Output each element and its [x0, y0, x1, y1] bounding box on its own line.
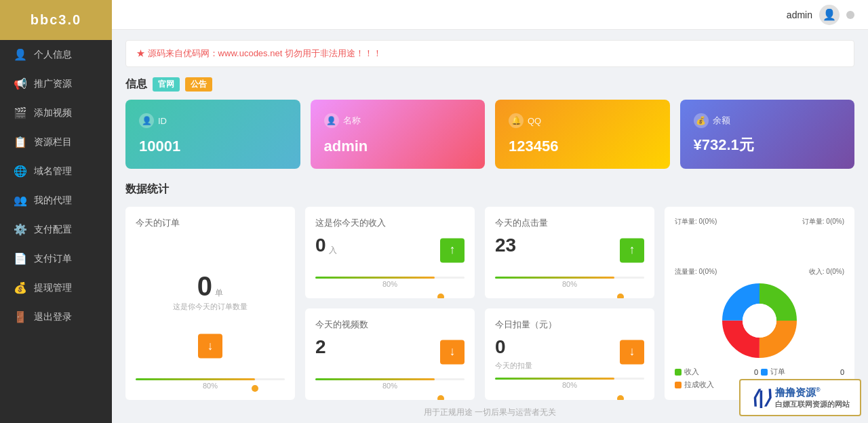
deduction-value: 0 — [495, 336, 506, 357]
income-title: 这是你今天的收入 — [315, 217, 465, 229]
admin-label: admin — [787, 9, 812, 20]
info-card-value-1: admin — [324, 138, 472, 155]
sidebar-item-resource-bar[interactable]: 📋 资源栏目 — [0, 127, 112, 157]
add-video-icon: 🎬 — [14, 106, 27, 119]
sidebar-label-profile: 个人信息 — [34, 49, 72, 61]
profile-icon: 👤 — [14, 48, 27, 61]
info-card-icon-1: 👤 — [324, 113, 339, 128]
sidebar-label-domain: 域名管理 — [34, 165, 72, 178]
legend-item-0: 收入 0 — [675, 367, 758, 377]
stat-card-income: 这是你今天的收入 0 入 ↑ 80% — [305, 207, 475, 298]
click-btn-up[interactable]: ↑ — [620, 238, 644, 262]
info-card-value-0: 10001 — [139, 138, 287, 155]
info-card-label-3: 💰 余额 — [694, 113, 842, 128]
status-dot — [846, 11, 854, 19]
video-bar-label: 80% — [315, 382, 465, 390]
watermark: ⟨|⟩ 撸撸资源® 白嫖互联网资源的网站 — [739, 379, 861, 416]
stats-title: 数据统计 — [125, 182, 854, 197]
payment-config-icon: ⚙️ — [14, 223, 27, 236]
info-cards: 👤 ID 10001 👤 名称 admin 🔔 QQ 123456 💰 余额 ¥… — [125, 100, 854, 169]
sidebar-item-payment-order[interactable]: 📄 支付订单 — [0, 244, 112, 273]
my-agent-icon: 👥 — [14, 194, 27, 207]
stat-card-deduction: 今日扣量（元） 0 今天的扣量 ↓ 80% — [485, 308, 654, 400]
sidebar: bbc3.0 👤 个人信息📢 推广资源🎬 添加视频📋 资源栏目🌐 域名管理👥 我… — [0, 0, 112, 423]
notice-bar: ★ 源码来自优码网：www.ucodes.net 切勿用于非法用途！！！ — [125, 40, 854, 67]
sidebar-item-withdraw[interactable]: 💰 提现管理 — [0, 273, 112, 302]
logout-icon: 🚪 — [14, 310, 27, 323]
pie-label-2: 流量量: 0(0%) — [675, 267, 717, 277]
legend-label-2: 拉成收入 — [684, 380, 714, 390]
income-bar-label: 80% — [315, 280, 465, 288]
svg-point-4 — [743, 304, 776, 338]
pie-label-3: 收入: 0(0%) — [809, 267, 844, 277]
badge-notice[interactable]: 公告 — [185, 77, 212, 92]
info-card-label-1: 👤 名称 — [324, 113, 472, 128]
sidebar-item-my-agent[interactable]: 👥 我的代理 — [0, 186, 112, 215]
sidebar-label-my-agent: 我的代理 — [34, 195, 72, 207]
info-card-2: 🔔 QQ 123456 — [495, 100, 670, 169]
deduction-bar-label: 80% — [495, 381, 644, 389]
watermark-subtitle: 白嫖互联网资源的网站 — [775, 399, 850, 409]
income-unit: 入 — [329, 245, 337, 256]
order-sub: 这是你今天的订单数量 — [173, 302, 248, 312]
sidebar-logo: bbc3.0 — [0, 0, 112, 40]
sidebar-label-payment-order: 支付订单 — [34, 253, 72, 265]
info-card-icon-2: 🔔 — [509, 113, 524, 128]
info-card-1: 👤 名称 admin — [311, 100, 486, 169]
main-content: admin 👤 ★ 源码来自优码网：www.ucodes.net 切勿用于非法用… — [112, 0, 868, 423]
sidebar-label-promote: 推广资源 — [34, 78, 72, 90]
legend-dot-0 — [675, 369, 682, 376]
info-card-label-2: 🔔 QQ — [509, 113, 656, 128]
stat-card-orders: 今天的订单 0 单 这是你今天的订单数量 ↓ 80% — [125, 207, 295, 400]
info-card-icon-3: 💰 — [694, 113, 709, 128]
order-btn-down[interactable]: ↓ — [198, 334, 222, 358]
legend-val-1: 0 — [840, 368, 844, 376]
pie-label-1: 订单量: 0(0%) — [802, 217, 844, 226]
sidebar-label-logout: 退出登录 — [34, 311, 72, 323]
resource-bar-icon: 📋 — [14, 136, 27, 148]
badge-official[interactable]: 官网 — [153, 77, 180, 92]
legend-val-0: 0 — [754, 368, 758, 376]
deduction-btn-down[interactable]: ↓ — [620, 340, 644, 364]
sidebar-item-domain[interactable]: 🌐 域名管理 — [0, 157, 112, 186]
info-card-label-0: 👤 ID — [139, 113, 287, 128]
income-btn-up[interactable]: ↑ — [440, 238, 465, 262]
payment-order-icon: 📄 — [14, 252, 27, 265]
sidebar-label-withdraw: 提现管理 — [34, 282, 72, 294]
click-bar-label: 80% — [495, 280, 644, 288]
info-card-value-2: 123456 — [509, 138, 656, 155]
pie-chart — [719, 280, 800, 361]
sidebar-item-promote[interactable]: 📢 推广资源 — [0, 69, 112, 98]
legend-item-1: 订单 0 — [761, 367, 844, 377]
video-title: 今天的视频数 — [315, 319, 465, 331]
info-section-title: 信息 官网 公告 — [125, 77, 854, 92]
sidebar-label-payment-config: 支付配置 — [34, 224, 72, 236]
video-value: 2 — [315, 336, 326, 357]
deduction-title: 今日扣量（元） — [495, 319, 644, 331]
avatar[interactable]: 👤 — [819, 5, 840, 25]
sidebar-item-payment-config[interactable]: ⚙️ 支付配置 — [0, 215, 112, 244]
order-card-title: 今天的订单 — [136, 217, 285, 229]
sidebar-item-profile[interactable]: 👤 个人信息 — [0, 40, 112, 69]
chart-card: 订单量: 0(0%)订单量: 0(0%)流量量: 0(0%)收入: 0(0%) — [665, 207, 854, 400]
order-bar-label: 80% — [136, 382, 285, 390]
sidebar-item-logout[interactable]: 🚪 退出登录 — [0, 302, 112, 331]
domain-icon: 🌐 — [14, 165, 27, 178]
video-btn-down[interactable]: ↓ — [440, 340, 465, 364]
order-value: 0 — [197, 271, 212, 301]
info-card-value-3: ¥732.1元 — [694, 135, 842, 155]
promote-icon: 📢 — [14, 77, 27, 90]
legend-dot-2 — [675, 382, 682, 388]
legend-label-0: 收入 — [684, 367, 699, 377]
stats-grid: 今天的订单 0 单 这是你今天的订单数量 ↓ 80% — [125, 207, 854, 400]
watermark-logo: ⟨|⟩ — [751, 386, 771, 409]
sidebar-item-add-video[interactable]: 🎬 添加视频 — [0, 98, 112, 127]
sidebar-label-add-video: 添加视频 — [34, 107, 72, 119]
info-card-icon-0: 👤 — [139, 113, 154, 128]
order-unit: 单 — [215, 288, 223, 298]
withdraw-icon: 💰 — [14, 281, 27, 294]
info-card-0: 👤 ID 10001 — [125, 100, 300, 169]
click-title: 今天的点击量 — [495, 217, 644, 229]
stat-card-clicks: 今天的点击量 23 ↑ 80% — [485, 207, 654, 298]
info-card-3: 💰 余额 ¥732.1元 — [680, 100, 855, 169]
